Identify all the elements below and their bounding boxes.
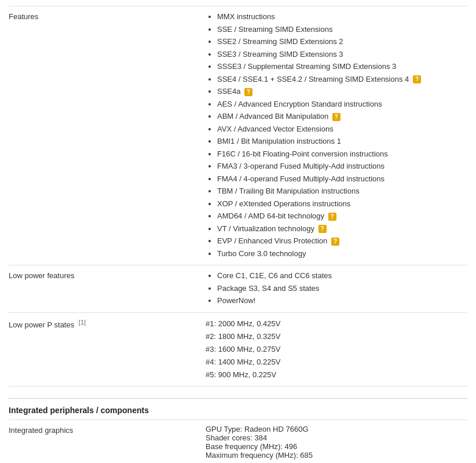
tooltip-icon[interactable]: ? (318, 225, 327, 233)
list-item: F16C / 16-bit Floating-Point conversion … (217, 148, 467, 160)
list-item: FMA4 / 4-operand Fused Multiply-Add inst… (217, 173, 467, 185)
low-power-p-states-row: Low power P states [1] #1: 2000 MHz, 0.4… (9, 312, 467, 387)
integrated-graphics-row: Integrated graphics GPU Type: Radeon HD … (9, 420, 467, 463)
list-item: AES / Advanced Encryption Standard instr… (217, 99, 467, 110)
list-item: SSE4a ? (217, 86, 467, 97)
p-state-item: #1: 2000 MHz, 0.425V (206, 318, 467, 330)
low-power-p-states-label: Low power P states [1] (9, 318, 206, 381)
features-section: Features MMX instructions SSE / Streamin… (9, 6, 467, 387)
low-power-features-label: Low power features (9, 270, 206, 308)
shader-line: Shader cores: 384 (206, 433, 467, 442)
low-power-features-value: Core C1, C1E, C6 and CC6 states Package … (206, 270, 467, 308)
list-item: XOP / eXtended Operations instructions (217, 198, 467, 210)
base-freq-line: Base frequency (MHz): 496 (206, 442, 467, 451)
list-item: SSE3 / Streaming SIMD Extensions 3 (217, 49, 467, 60)
max-freq-line: Maximum frequency (MHz): 685 (206, 451, 467, 460)
tooltip-icon[interactable]: ? (332, 113, 340, 121)
tooltip-icon[interactable]: ? (244, 88, 252, 96)
p-state-item: #5: 900 MHz, 0.225V (206, 369, 467, 381)
list-item: SSSE3 / Supplemental Streaming SIMD Exte… (217, 61, 467, 72)
list-item: AVX / Advanced Vector Extensions (217, 123, 467, 135)
list-item: Turbo Core 3.0 technology (217, 248, 467, 260)
list-item: SSE4 / SSE4.1 + SSE4.2 / Streaming SIMD … (217, 74, 467, 85)
gpu-line: GPU Type: Radeon HD 7660G (206, 425, 467, 433)
p-state-item: #2: 1800 MHz, 0.325V (206, 330, 467, 343)
low-power-features-row: Low power features Core C1, C1E, C6 and … (9, 265, 467, 312)
low-power-p-states-value: #1: 2000 MHz, 0.425V #2: 1800 MHz, 0.325… (206, 318, 467, 381)
integrated-peripherals-header: Integrated peripherals / components (9, 398, 467, 420)
low-power-features-list: Core C1, C1E, C6 and CC6 states Package … (206, 270, 467, 307)
list-item: FMA3 / 3-operand Fused Multiply-Add inst… (217, 161, 467, 172)
list-item: PowerNow! (217, 295, 467, 307)
footnote: [1] (79, 319, 86, 326)
integrated-graphics-value: GPU Type: Radeon HD 7660G Shader cores: … (206, 425, 467, 460)
list-item: EVP / Enhanced Virus Protection ? (217, 235, 467, 247)
list-item: Core C1, C1E, C6 and CC6 states (217, 270, 467, 282)
tooltip-icon[interactable]: ? (413, 75, 421, 83)
list-item: SSE2 / Streaming SIMD Extensions 2 (217, 36, 467, 48)
integrated-peripherals-section: Integrated graphics GPU Type: Radeon HD … (9, 420, 467, 463)
integrated-graphics-label: Integrated graphics (9, 425, 206, 460)
features-row: Features MMX instructions SSE / Streamin… (9, 6, 467, 265)
list-item: TBM / Trailing Bit Manipulation instruct… (217, 185, 467, 197)
features-list: MMX instructions SSE / Streaming SIMD Ex… (206, 11, 467, 259)
list-item: VT / Virtualization technology ? (217, 223, 467, 235)
features-label: Features (9, 11, 206, 260)
p-state-item: #4: 1400 MHz, 0.225V (206, 356, 467, 369)
list-item: ABM / Advanced Bit Manipulation ? (217, 111, 467, 122)
tooltip-icon[interactable]: ? (328, 213, 336, 221)
list-item: BMI1 / Bit Manipulation instructions 1 (217, 136, 467, 147)
p-state-item: #3: 1600 MHz, 0.275V (206, 343, 467, 356)
list-item: MMX instructions (217, 11, 467, 23)
list-item: SSE / Streaming SIMD Extensions (217, 24, 467, 35)
list-item: AMD64 / AMD 64-bit technology ? (217, 210, 467, 222)
features-value: MMX instructions SSE / Streaming SIMD Ex… (206, 11, 467, 260)
list-item: Package S3, S4 and S5 states (217, 283, 467, 294)
tooltip-icon[interactable]: ? (331, 238, 339, 246)
